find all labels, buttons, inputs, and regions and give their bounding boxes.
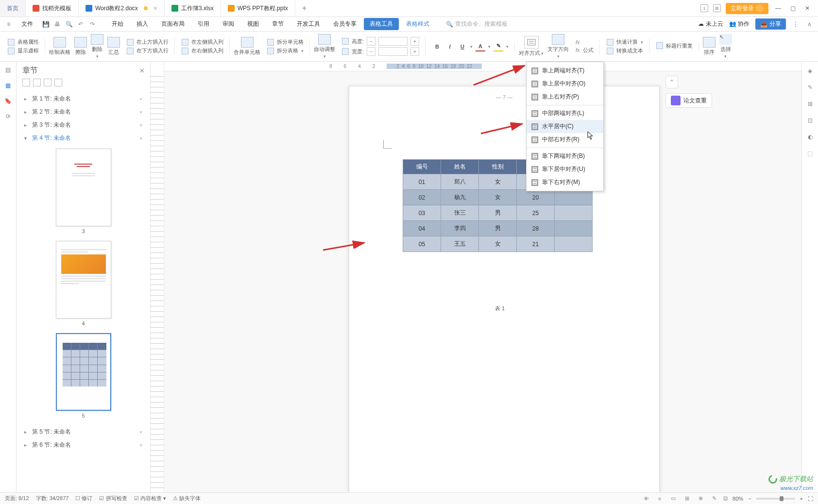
tool-icon-1[interactable]: ◈	[806, 67, 815, 75]
status-spell[interactable]: ☑ 拼写检查	[99, 495, 127, 502]
height-input[interactable]	[378, 37, 408, 46]
thumb-4[interactable]: 4	[20, 241, 146, 326]
bold-button[interactable]: B	[432, 42, 442, 51]
status-page[interactable]: 页面: 8/12	[5, 495, 29, 502]
view-mode-3[interactable]: ⊞	[682, 494, 691, 503]
redo-icon[interactable]: ↷	[88, 20, 96, 28]
zoom-value[interactable]: 80%	[733, 496, 743, 502]
split-table[interactable]: 拆分表格▾	[267, 47, 304, 54]
select-button[interactable]: ↖选择▾	[719, 34, 732, 59]
print-icon[interactable]: 🖶	[53, 20, 61, 28]
outline-icon[interactable]: ▤	[4, 66, 13, 74]
float-collapse[interactable]: ⌃	[665, 76, 678, 88]
thumb-3[interactable]: 3	[20, 149, 146, 234]
view-eye-icon[interactable]: 👁	[642, 494, 650, 503]
share-button[interactable]: 📤 分享	[755, 18, 786, 30]
bookmark-icon[interactable]: 🔖	[4, 97, 13, 105]
align-option[interactable]: 靠下右对齐(M)	[527, 176, 603, 189]
tool-icon-5[interactable]: ◐	[806, 133, 815, 141]
height-plus[interactable]: +	[410, 37, 419, 46]
zoom-in[interactable]: +	[800, 496, 803, 502]
menu-view[interactable]: 视图	[241, 18, 265, 30]
tab-xlsx[interactable]: 工作簿3.xlsx	[165, 0, 221, 17]
menu-table-style[interactable]: 表格样式	[400, 18, 435, 30]
table-props[interactable]: 表格属性	[8, 38, 39, 46]
delete[interactable]: 删除▾	[91, 34, 103, 59]
draw-table[interactable]: 绘制表格	[49, 37, 70, 56]
minimize-button[interactable]: —	[773, 3, 783, 13]
grid-icon[interactable]: ⊞	[713, 4, 721, 12]
menu-start[interactable]: 开始	[106, 18, 129, 30]
align-option[interactable]: 靠上右对齐(P)	[527, 90, 603, 103]
view-mode-1[interactable]: ≡	[655, 494, 664, 503]
insert-row-below[interactable]: 在下方插入行	[127, 47, 169, 54]
login-button[interactable]: 立即登录	[726, 3, 768, 14]
thumb-5[interactable]: 5	[20, 333, 146, 419]
menu-layout[interactable]: 页面布局	[155, 18, 190, 30]
save-icon[interactable]: 💾	[42, 20, 50, 28]
menu-table-tools[interactable]: 表格工具	[364, 18, 399, 30]
insert-row-above[interactable]: 在上方插入行	[127, 38, 169, 46]
zoom-fit[interactable]: ⊡	[723, 495, 728, 502]
maximize-button[interactable]: ▢	[788, 3, 798, 13]
zoom-out[interactable]: −	[748, 496, 751, 502]
sb-tool-4[interactable]	[54, 79, 62, 86]
status-words[interactable]: 字数: 34/2877	[36, 495, 69, 502]
insert-col-left[interactable]: 在左侧插入列	[182, 38, 223, 46]
menu-member[interactable]: 会员专享	[327, 18, 362, 30]
search-box[interactable]: 🔍 查找命令、搜索模板	[446, 20, 508, 28]
view-mode-2[interactable]: ▭	[669, 494, 678, 503]
header-repeat[interactable]: 标题行重复	[656, 42, 693, 50]
align-button[interactable]: 对齐方式▾	[519, 36, 544, 57]
tool-icon-4[interactable]: ⊡	[806, 116, 815, 125]
tab-template[interactable]: 找稻壳模板	[26, 0, 79, 17]
section-5[interactable]: ▸第 5 节: 未命名▾	[20, 425, 146, 438]
insert-col-right[interactable]: 在右侧插入列	[182, 47, 223, 54]
tool-icon-6[interactable]: ⬚	[806, 149, 815, 158]
font-color-button[interactable]: A	[476, 42, 485, 51]
underline-button[interactable]: U	[458, 42, 467, 51]
width-minus[interactable]: −	[367, 47, 375, 56]
eraser[interactable]: 擦除	[74, 37, 87, 56]
sb-tool-2[interactable]	[33, 79, 41, 86]
align-option[interactable]: 中部两端对齐(L)	[527, 107, 603, 120]
section-1[interactable]: ▸第 1 节: 未命名▾	[20, 92, 146, 105]
tool-icon-2[interactable]: ✎	[806, 83, 815, 92]
view-web-icon[interactable]: ⊕	[696, 494, 705, 503]
section-3[interactable]: ▸第 3 节: 未命名▾	[20, 118, 146, 132]
more-icon[interactable]: ⋮	[792, 20, 800, 28]
vertical-ruler[interactable]	[151, 62, 164, 492]
status-track[interactable]: ☐ 修订	[75, 495, 92, 502]
add-tab-button[interactable]: +	[295, 0, 313, 17]
badge-icon[interactable]: 1	[700, 4, 708, 12]
page[interactable]: — 7 — 编号姓名性别年龄举例内容 01郑八女20 02杨九女20 03张三男…	[349, 86, 660, 492]
align-option[interactable]: 靠上两端对齐(T)	[527, 64, 603, 77]
italic-button[interactable]: I	[445, 42, 455, 51]
sidebar-close[interactable]: ×	[140, 67, 144, 75]
preview-icon[interactable]: 🔍	[65, 20, 73, 28]
align-option[interactable]: 靠下居中对齐(U)	[527, 163, 603, 176]
sb-tool-1[interactable]	[22, 79, 30, 86]
text-direction[interactable]: 文字方向▾	[547, 34, 569, 59]
height-minus[interactable]: −	[367, 37, 375, 46]
menu-review[interactable]: 审阅	[217, 18, 240, 30]
formula-button[interactable]: fx 公式	[576, 47, 594, 54]
collapse-icon[interactable]: ∧	[805, 20, 813, 28]
close-icon[interactable]: ×	[153, 4, 157, 12]
fullscreen-icon[interactable]: ⛶	[808, 496, 813, 502]
thumbnail-icon[interactable]: ▦	[4, 81, 13, 90]
section-4[interactable]: ▾第 4 节: 未命名▾	[20, 132, 146, 145]
menu-section[interactable]: 章节	[266, 18, 290, 30]
tool-icon-3[interactable]: ⊞	[806, 100, 815, 108]
close-button[interactable]: ✕	[802, 3, 812, 13]
highlight-button[interactable]: ✎	[494, 42, 503, 51]
width-plus[interactable]: +	[410, 47, 419, 56]
summary[interactable]: 汇总	[107, 37, 120, 56]
status-content[interactable]: ☑ 内容检查 ▾	[134, 495, 166, 502]
view-note-icon[interactable]: ✎	[710, 494, 718, 503]
tab-home[interactable]: 首页	[0, 0, 26, 17]
align-option[interactable]: 靠下两端对齐(B)	[527, 150, 603, 163]
merge-cells[interactable]: 合并单元格	[234, 37, 260, 56]
zoom-slider[interactable]	[756, 498, 795, 500]
menu-dev[interactable]: 开发工具	[291, 18, 326, 30]
